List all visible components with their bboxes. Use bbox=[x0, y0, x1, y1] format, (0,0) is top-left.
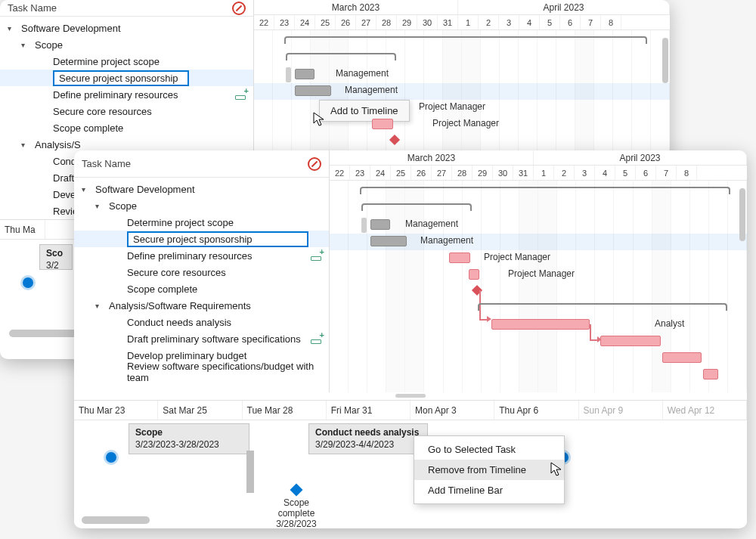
tree-row-scope[interactable]: ▾Scope bbox=[0, 36, 253, 53]
timeline-endpoint[interactable] bbox=[106, 452, 116, 463]
task-name-input[interactable]: Secure project sponsorship bbox=[127, 231, 308, 247]
scrollbar-horizontal[interactable] bbox=[9, 330, 77, 337]
gantt-bar[interactable] bbox=[295, 69, 314, 79]
chevron-down-icon[interactable]: ▾ bbox=[82, 185, 91, 194]
tree-row-scope[interactable]: ▾Scope bbox=[74, 197, 329, 214]
tree-row[interactable]: Review software specifications/budget wi… bbox=[74, 364, 329, 380]
tree-row[interactable]: Secure core resources bbox=[74, 264, 329, 280]
task-tree-panel: Task Name ▾Software Development ▾Scope D… bbox=[74, 150, 330, 392]
gantt-bar[interactable] bbox=[370, 219, 390, 230]
tree-row[interactable]: Secure core resources bbox=[0, 103, 253, 119]
task-tree[interactable]: ▾Software Development ▾Scope Determine p… bbox=[74, 178, 329, 392]
add-to-timeline-icon[interactable] bbox=[235, 89, 247, 100]
gantt-bar[interactable] bbox=[491, 319, 590, 330]
tree-label: Determine project scope bbox=[53, 56, 160, 67]
gantt-bar[interactable] bbox=[370, 236, 407, 246]
day-cell: 26 bbox=[411, 166, 432, 180]
timeline-date: Mon Apr 3 bbox=[411, 401, 494, 420]
timeline-task-title: Scope bbox=[135, 427, 243, 439]
timeline-task[interactable]: Sco 3/2 bbox=[39, 244, 73, 270]
splitter[interactable] bbox=[74, 392, 747, 400]
add-to-timeline-icon[interactable] bbox=[311, 333, 323, 344]
timeline-task[interactable]: Conduct needs analysis 3/29/2023-4/4/202… bbox=[308, 423, 428, 454]
month-header: March 2023 April 2023 bbox=[254, 0, 670, 15]
context-menu[interactable]: Go to Selected Task Remove from Timeline… bbox=[414, 435, 565, 504]
day-cell: 4 bbox=[519, 15, 540, 29]
tooltip-text: Add to Timeline bbox=[330, 105, 398, 116]
tree-row[interactable]: Scope complete bbox=[74, 280, 329, 297]
month-header: March 2023 April 2023 bbox=[330, 150, 747, 166]
tree-label: Define preliminary resources bbox=[127, 250, 252, 262]
day-cell: 2 bbox=[554, 166, 575, 180]
month-label: April 2023 bbox=[458, 0, 670, 14]
month-label: March 2023 bbox=[330, 150, 534, 165]
day-cell: 7 bbox=[581, 15, 601, 29]
day-cell: 6 bbox=[636, 166, 656, 180]
tree-row[interactable]: Conduct needs analysis bbox=[74, 314, 329, 330]
day-header: 2223242526272829303112345678 bbox=[254, 15, 670, 30]
tree-row-root[interactable]: ▾Software Development bbox=[74, 181, 329, 197]
gantt-bar[interactable] bbox=[662, 352, 702, 363]
scrollbar-vertical[interactable] bbox=[739, 188, 745, 241]
gantt-bar[interactable] bbox=[469, 269, 479, 280]
menu-item-goto[interactable]: Go to Selected Task bbox=[414, 439, 564, 460]
gantt-bar[interactable] bbox=[703, 369, 718, 379]
tree-header: Task Name bbox=[0, 0, 253, 17]
timeline-task-title: Conduct needs analysis bbox=[315, 427, 421, 439]
task-name-input[interactable]: Secure project sponsorship bbox=[53, 70, 189, 86]
forbidden-icon bbox=[232, 2, 246, 15]
tree-row[interactable]: Define preliminary resources bbox=[74, 247, 329, 264]
column-header-task-name[interactable]: Task Name bbox=[8, 2, 57, 14]
gantt-bar[interactable] bbox=[295, 85, 331, 96]
add-to-timeline-icon[interactable] bbox=[311, 250, 323, 261]
grip-icon[interactable] bbox=[395, 394, 426, 398]
day-cell: 25 bbox=[391, 166, 411, 180]
day-cell: 4 bbox=[595, 166, 615, 180]
chevron-down-icon[interactable]: ▾ bbox=[95, 202, 104, 210]
tree-row[interactable]: Scope complete bbox=[0, 119, 253, 136]
gantt-window-front: Task Name ▾Software Development ▾Scope D… bbox=[74, 150, 747, 528]
tree-label: Review software specifications/budget wi… bbox=[127, 361, 329, 383]
gantt-bar[interactable] bbox=[600, 336, 661, 346]
menu-item-remove[interactable]: Remove from Timeline bbox=[414, 460, 564, 480]
summary-bar bbox=[284, 36, 647, 44]
tree-row-analysis[interactable]: ▾Analysis/Software Requirements bbox=[74, 297, 329, 314]
tree-row-root[interactable]: ▾Software Development bbox=[0, 20, 253, 36]
chevron-down-icon[interactable]: ▾ bbox=[8, 24, 17, 33]
day-cell: 2 bbox=[479, 15, 499, 29]
scrollbar-horizontal[interactable] bbox=[82, 516, 150, 524]
resource-label: Management bbox=[405, 218, 458, 229]
gantt-chart[interactable]: March 2023 April 2023 222324252627282930… bbox=[330, 150, 747, 392]
chevron-down-icon[interactable]: ▾ bbox=[95, 302, 104, 310]
day-cell: 22 bbox=[330, 166, 350, 180]
tree-label: Scope complete bbox=[127, 283, 197, 295]
tree-row-selected[interactable]: Secure project sponsorship bbox=[0, 70, 253, 86]
timeline-task[interactable]: Scope 3/23/2023-3/28/2023 bbox=[129, 423, 249, 454]
gantt-body[interactable]: Management Management Project Manager Pr… bbox=[330, 181, 747, 392]
gantt-bar[interactable] bbox=[372, 119, 393, 129]
day-cell: 31 bbox=[513, 166, 534, 180]
menu-item-addbar[interactable]: Add Timeline Bar bbox=[414, 480, 564, 500]
timeline-panel[interactable]: Thu Mar 23Sat Mar 25Tue Mar 28Fri Mar 31… bbox=[74, 400, 747, 527]
tree-row[interactable]: Determine project scope bbox=[74, 214, 329, 231]
chevron-down-icon[interactable]: ▾ bbox=[21, 141, 30, 149]
summary-bar bbox=[360, 187, 730, 194]
day-cell: 28 bbox=[376, 15, 397, 29]
gantt-bar[interactable] bbox=[361, 218, 367, 233]
tree-row[interactable]: Draft preliminary software specification… bbox=[74, 330, 329, 347]
timeline-endpoint[interactable] bbox=[23, 277, 33, 288]
timeline-milestone[interactable]: Scope complete 3/28/2023 bbox=[266, 485, 327, 528]
resource-label: Management bbox=[420, 235, 473, 246]
column-header-task-name[interactable]: Task Name bbox=[82, 158, 131, 169]
timeline-task-title: Sco bbox=[46, 248, 66, 260]
resource-label: Management bbox=[336, 68, 389, 79]
tree-row-selected[interactable]: Secure project sponsorship bbox=[74, 231, 329, 247]
gantt-bar[interactable] bbox=[449, 252, 470, 263]
gantt-bar[interactable] bbox=[286, 67, 291, 82]
tree-row[interactable]: Define preliminary resources bbox=[0, 86, 253, 103]
tree-row[interactable]: Determine project scope bbox=[0, 53, 253, 70]
chevron-down-icon[interactable]: ▾ bbox=[21, 41, 30, 49]
scrollbar-vertical[interactable] bbox=[662, 38, 668, 83]
timeline-body[interactable]: Scope 3/23/2023-3/28/2023 Conduct needs … bbox=[74, 420, 747, 527]
tooltip-add-timeline[interactable]: Add to Timeline bbox=[319, 100, 410, 122]
